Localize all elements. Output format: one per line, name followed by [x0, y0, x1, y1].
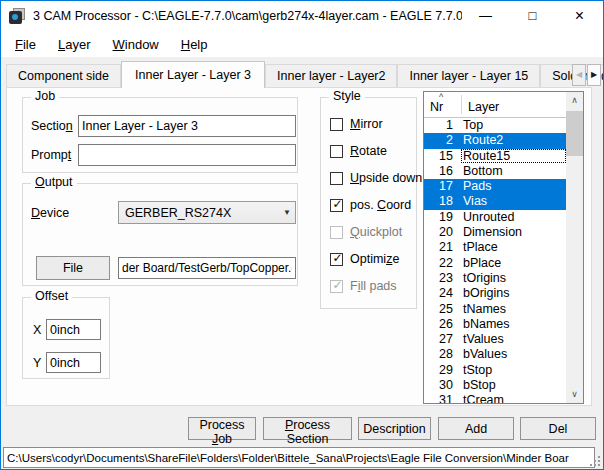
layer-row-route15[interactable]: 15Route15	[424, 149, 566, 164]
layer-number: 25	[424, 302, 457, 317]
tab-inner-layer-layer-15[interactable]: Inner layer - Layer 15	[397, 64, 540, 87]
layer-row-borigins[interactable]: 24bOrigins	[424, 286, 566, 301]
scroll-up-icon[interactable]: ∧	[566, 92, 583, 109]
layer-row-unrouted[interactable]: 19Unrouted	[424, 210, 566, 225]
column-header-nr[interactable]: Nr	[430, 100, 443, 114]
del-button[interactable]: Del	[520, 417, 596, 440]
layer-number: 23	[424, 271, 457, 286]
close-button[interactable]: ×	[556, 1, 603, 31]
layer-number: 16	[424, 164, 457, 179]
mirror-checkbox[interactable]	[330, 118, 343, 131]
status-path-field[interactable]	[3, 447, 595, 468]
menu-bar: FileLayerWindowHelp	[1, 31, 603, 57]
prompt-input[interactable]	[78, 144, 296, 166]
layer-row-bnames[interactable]: 26bNames	[424, 317, 566, 332]
layer-list-header[interactable]: ^ Nr Layer	[424, 92, 583, 118]
offset-y-input[interactable]	[46, 352, 101, 373]
layer-list: ^ Nr Layer 1Top2Route215Route1516Bottom1…	[423, 91, 584, 404]
layer-name: Pads	[457, 179, 492, 194]
layer-row-route2[interactable]: 2Route2	[424, 133, 566, 148]
optimize-checkbox[interactable]: ✓	[330, 253, 343, 266]
checkbox-row-upside-down: Upside down	[330, 171, 416, 185]
prompt-label: Prompt	[31, 148, 71, 162]
layer-name: bPlace	[457, 256, 501, 271]
layer-name: bOrigins	[457, 286, 510, 301]
check-icon: ✓	[331, 279, 344, 292]
menu-window[interactable]: Window	[102, 34, 170, 55]
device-dropdown[interactable]: GERBER_RS274X ▼	[118, 201, 296, 224]
fill-pads-checkbox: ✓	[330, 280, 343, 293]
layer-row-pads[interactable]: 17Pads	[424, 179, 566, 194]
layer-number: 22	[424, 256, 457, 271]
layer-name: bStop	[457, 378, 496, 393]
section-input[interactable]	[78, 115, 296, 137]
layer-row-bvalues[interactable]: 28bValues	[424, 347, 566, 362]
layer-number: 19	[424, 210, 457, 225]
check-icon: ✓	[331, 198, 344, 211]
upside-down-checkbox[interactable]	[330, 172, 343, 185]
layer-row-tplace[interactable]: 21tPlace	[424, 240, 566, 255]
layer-row-tnames[interactable]: 25tNames	[424, 302, 566, 317]
layer-name: Unrouted	[457, 210, 514, 225]
rotate-checkbox[interactable]	[330, 145, 343, 158]
tab-bar: Component sideInner Layer - Layer 3Inner…	[6, 60, 601, 87]
layer-name: tCream	[457, 393, 504, 403]
file-button[interactable]: File	[36, 256, 110, 280]
tab-scroll-left-icon[interactable]: ◀	[572, 64, 586, 86]
layer-row-tstop[interactable]: 29tStop	[424, 363, 566, 378]
layer-name: tOrigins	[457, 271, 506, 286]
resize-grip[interactable]	[590, 456, 600, 466]
window-title: 3 CAM Processor - C:\EAGLE-7.7.0\cam\ger…	[33, 9, 462, 23]
mirror-label: Mirror	[350, 117, 383, 131]
process-job-button[interactable]: Process Job	[188, 417, 256, 440]
checkbox-row-pos-coord: ✓pos. Coord	[330, 198, 416, 212]
tab-inner-layer-layer2[interactable]: Inner layer - Layer2	[265, 64, 397, 87]
cam-processor-window: 3 CAM Processor - C:\EAGLE-7.7.0\cam\ger…	[0, 0, 604, 470]
layer-row-top[interactable]: 1Top	[424, 118, 566, 133]
layer-name: Top	[457, 118, 483, 133]
layer-row-bplace[interactable]: 22bPlace	[424, 256, 566, 271]
tab-page: Job Section Prompt Output Device GERBER_…	[6, 87, 592, 406]
layer-number: 17	[424, 179, 457, 194]
layer-number: 26	[424, 317, 457, 332]
description-button[interactable]: Description	[358, 417, 431, 440]
pos-coord-checkbox[interactable]: ✓	[330, 199, 343, 212]
layer-row-vias[interactable]: 18Vias	[424, 194, 566, 209]
menu-file[interactable]: File	[4, 34, 47, 55]
add-button[interactable]: Add	[438, 417, 514, 440]
layer-row-tcream[interactable]: 31tCream	[424, 393, 566, 403]
maximize-button[interactable]: □	[509, 1, 556, 31]
minimize-button[interactable]: —	[462, 1, 509, 31]
pos-coord-label: pos. Coord	[350, 198, 411, 212]
layer-row-torigins[interactable]: 23tOrigins	[424, 271, 566, 286]
tab-component-side[interactable]: Component side	[6, 64, 121, 87]
upside-down-label: Upside down	[350, 171, 422, 185]
layer-number: 21	[424, 240, 457, 255]
section-label: Section	[31, 119, 73, 133]
process-section-button[interactable]: Process Section	[263, 417, 352, 440]
style-group: Style MirrorRotateUpside down✓pos. Coord…	[320, 97, 417, 309]
layer-row-bottom[interactable]: 16Bottom	[424, 164, 566, 179]
layer-row-bstop[interactable]: 30bStop	[424, 378, 566, 393]
layer-name: bNames	[457, 317, 510, 332]
layer-row-dimension[interactable]: 20Dimension	[424, 225, 566, 240]
scroll-down-icon[interactable]: ∨	[566, 386, 583, 403]
file-path-input[interactable]	[118, 257, 296, 279]
tab-inner-layer-layer-3[interactable]: Inner Layer - Layer 3	[121, 61, 265, 88]
offset-x-input[interactable]	[46, 319, 101, 340]
offset-y-label: Y	[33, 356, 41, 370]
layer-number: 27	[424, 332, 457, 347]
menu-layer[interactable]: Layer	[47, 34, 102, 55]
tab-scroll-right-icon[interactable]: ▶	[587, 64, 601, 86]
quickplot-checkbox	[330, 226, 343, 239]
scrollbar-thumb[interactable]	[566, 111, 583, 156]
column-header-layer[interactable]: Layer	[468, 100, 499, 114]
fill-pads-label: Fill pads	[350, 279, 397, 293]
job-group-label: Job	[31, 89, 59, 103]
tab-strip: Component sideInner Layer - Layer 3Inner…	[6, 61, 604, 87]
layer-row-tvalues[interactable]: 27tValues	[424, 332, 566, 347]
layer-name: Dimension	[457, 225, 522, 240]
checkbox-row-optimize: ✓Optimize	[330, 252, 416, 266]
menu-help[interactable]: Help	[170, 34, 219, 55]
layer-list-scrollbar[interactable]: ∧ ∨	[566, 92, 583, 403]
